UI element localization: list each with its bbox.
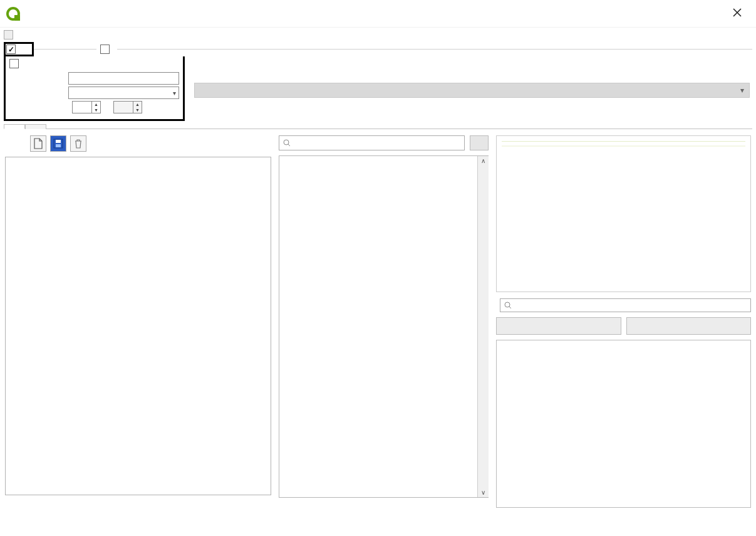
scrollbar[interactable]: ∧ ∨ (477, 156, 489, 497)
new-field-panel: ▾ ▲▼ ▲▼ (4, 56, 185, 121)
function-search-box[interactable] (279, 135, 465, 150)
update-existing-checkbox[interactable] (100, 45, 110, 54)
close-icon[interactable] (727, 5, 747, 23)
tab-expression[interactable] (4, 124, 25, 129)
all-unique-button[interactable] (496, 317, 621, 335)
values-search-input[interactable] (515, 301, 747, 310)
svg-rect-4 (56, 144, 61, 147)
expression-editor[interactable] (5, 157, 271, 495)
output-type-combo[interactable]: ▾ (68, 87, 179, 99)
precision-spinner: ▲▼ (113, 101, 142, 113)
show-values-button[interactable] (470, 135, 489, 150)
new-file-icon[interactable] (30, 135, 46, 152)
help-notes-title (502, 145, 745, 147)
only-update-checkbox (4, 30, 13, 39)
search-icon (504, 302, 512, 309)
trash-icon[interactable] (70, 135, 86, 152)
create-new-field-legend (4, 42, 34, 56)
tabs (4, 123, 752, 129)
qgis-logo-icon (6, 7, 21, 22)
create-virtual-field-checkbox[interactable] (9, 59, 19, 68)
svg-rect-1 (14, 15, 20, 21)
svg-point-5 (284, 140, 289, 145)
update-field-combo[interactable]: ▾ (194, 83, 750, 98)
help-title (502, 140, 745, 142)
titlebar (0, 0, 756, 26)
update-existing-field-legend (96, 45, 117, 54)
output-length-value[interactable] (73, 103, 91, 112)
help-panel (496, 135, 751, 292)
legend-line (117, 49, 752, 50)
legend-line (34, 49, 96, 50)
svg-rect-3 (56, 140, 61, 143)
function-tree-list[interactable] (279, 156, 477, 497)
function-tree: ∧ ∨ (279, 155, 489, 498)
chevron-down-icon: ▾ (740, 86, 744, 95)
tab-function-editor[interactable] (25, 124, 46, 129)
function-search-input[interactable] (294, 139, 460, 147)
chevron-down-icon: ▾ (173, 90, 176, 97)
ten-samples-button[interactable] (626, 317, 752, 335)
save-icon[interactable] (50, 135, 66, 152)
svg-point-6 (505, 302, 510, 307)
precision-value (114, 103, 133, 112)
scroll-down-icon[interactable]: ∨ (481, 488, 485, 497)
values-search-box[interactable] (500, 298, 751, 312)
spinner-buttons: ▲▼ (133, 102, 142, 113)
create-new-field-checkbox[interactable] (6, 45, 16, 54)
scroll-up-icon[interactable]: ∧ (481, 156, 485, 166)
output-preview (5, 499, 271, 508)
values-list[interactable] (496, 340, 751, 508)
spinner-buttons[interactable]: ▲▼ (91, 102, 100, 113)
output-name-input[interactable] (68, 72, 179, 85)
search-icon (283, 139, 291, 147)
output-length-spinner[interactable]: ▲▼ (72, 101, 101, 113)
